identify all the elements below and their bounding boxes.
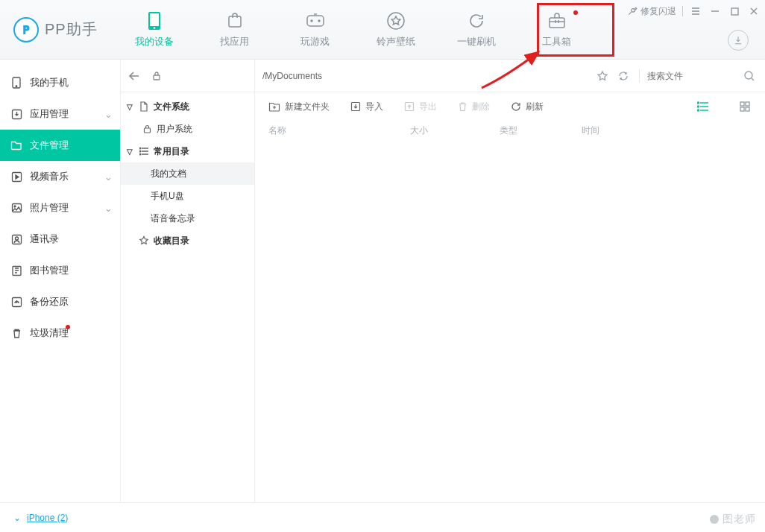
tree-panel: ▽ 文件系统 用户系统 ▽ 常用目录 我的文档 手机U盘 语音备忘录 xyxy=(121,60,255,502)
nav-toolbox[interactable]: 工具箱 xyxy=(517,0,597,59)
file-toolbar: 新建文件夹 导入 导出 删除 刷新 xyxy=(255,92,765,121)
sidebar-books[interactable]: 图书管理 xyxy=(0,255,120,286)
svg-point-35 xyxy=(710,515,719,524)
contact-icon xyxy=(10,233,22,245)
tree-favorites[interactable]: 收藏目录 xyxy=(121,229,254,252)
svg-rect-32 xyxy=(746,102,749,106)
svg-rect-9 xyxy=(731,8,738,15)
path-bar xyxy=(121,60,254,92)
watermark: 图老师 xyxy=(705,511,761,528)
sidebar-trash-clean[interactable]: 垃圾清理 xyxy=(0,317,120,349)
back-button[interactable] xyxy=(127,69,142,83)
caret-down-icon: ▽ xyxy=(127,103,134,111)
logo-icon xyxy=(13,17,39,42)
nav-find-apps[interactable]: 找应用 xyxy=(195,0,275,59)
nav-ring-wallpaper[interactable]: 铃声壁纸 xyxy=(356,0,436,59)
sidebar-video-music[interactable]: 视频音乐 ⌄ xyxy=(0,161,120,192)
notification-dot xyxy=(66,325,70,329)
svg-point-24 xyxy=(139,153,141,155)
app-name: PP助手 xyxy=(45,19,98,39)
download-button[interactable] xyxy=(728,30,749,51)
sidebar-file-manage[interactable]: 文件管理 xyxy=(0,130,120,161)
list-header: 名称 大小 类型 时间 xyxy=(255,121,765,140)
tree-voice-memo[interactable]: 语音备忘录 xyxy=(121,207,254,229)
svg-point-22 xyxy=(139,148,141,149)
tree-mydocs[interactable]: 我的文档 xyxy=(121,162,254,185)
sidebar-photo-manage[interactable]: 照片管理 ⌄ xyxy=(0,192,120,224)
svg-rect-33 xyxy=(740,107,744,111)
maximize-button[interactable] xyxy=(728,4,741,18)
nav-flash[interactable]: 一键刷机 xyxy=(436,0,517,59)
content-path-bar: /MyDocuments xyxy=(255,60,765,92)
download-square-icon xyxy=(10,108,22,120)
sidebar: 我的手机 应用管理 ⌄ 文件管理 视频音乐 ⌄ 照片管理 ⌄ 通讯录 图书管理 xyxy=(0,60,121,502)
lock-icon xyxy=(142,124,152,134)
list-view-button[interactable] xyxy=(696,100,710,113)
svg-point-25 xyxy=(745,72,752,79)
search-icon[interactable] xyxy=(741,68,758,84)
content-panel: /MyDocuments 新建文件夹 导入 导出 xyxy=(255,60,765,502)
notification-dot xyxy=(573,10,578,15)
star-icon xyxy=(139,235,149,246)
svg-point-7 xyxy=(388,13,404,29)
search-input[interactable] xyxy=(647,71,737,81)
nav-games[interactable]: 玩游戏 xyxy=(275,0,356,59)
top-bar: PP助手 我的设备 找应用 玩游戏 铃声壁纸 一键刷机 工具箱 xyxy=(0,0,765,60)
list-icon xyxy=(139,146,149,156)
svg-point-29 xyxy=(698,106,699,107)
svg-point-15 xyxy=(14,206,16,207)
trash-icon xyxy=(10,327,22,339)
doc-icon xyxy=(139,101,149,112)
star-circle-icon xyxy=(386,11,406,31)
grid-view-button[interactable] xyxy=(738,100,752,113)
minimize-button[interactable] xyxy=(708,4,722,18)
close-button[interactable] xyxy=(747,4,761,18)
top-nav: 我的设备 找应用 玩游戏 铃声壁纸 一键刷机 工具箱 xyxy=(114,0,597,59)
tree-common-dirs[interactable]: ▽ 常用目录 xyxy=(121,140,254,162)
sidebar-app-manage[interactable]: 应用管理 ⌄ xyxy=(0,98,120,130)
book-icon xyxy=(10,265,22,276)
svg-rect-8 xyxy=(550,18,564,28)
col-type: 类型 xyxy=(500,124,582,137)
svg-rect-31 xyxy=(740,102,744,106)
chevron-down-icon: ⌄ xyxy=(104,203,113,214)
svg-point-28 xyxy=(698,102,699,104)
svg-point-6 xyxy=(318,20,320,22)
col-time: 时间 xyxy=(582,124,752,137)
tree-filesystem[interactable]: ▽ 文件系统 xyxy=(121,95,254,118)
export-button: 导出 xyxy=(404,101,437,113)
status-bar: ⌄ iPhone (2) xyxy=(0,502,765,532)
repair-crash-button[interactable]: 修复闪退 xyxy=(627,5,676,18)
backup-icon xyxy=(10,296,22,308)
svg-point-23 xyxy=(139,151,141,152)
window-controls: 修复闪退 xyxy=(627,4,761,18)
svg-rect-14 xyxy=(12,204,21,212)
delete-button: 删除 xyxy=(458,101,490,113)
sync-button[interactable] xyxy=(615,68,632,84)
device-link[interactable]: iPhone (2) xyxy=(27,513,68,523)
menu-button[interactable] xyxy=(689,4,702,18)
new-folder-button[interactable]: 新建文件夹 xyxy=(268,101,330,113)
phone-icon xyxy=(145,11,164,31)
svg-rect-34 xyxy=(746,107,749,111)
svg-point-5 xyxy=(311,20,312,22)
sidebar-contacts[interactable]: 通讯录 xyxy=(0,224,120,255)
favorite-button[interactable] xyxy=(594,68,611,84)
file-list-empty xyxy=(255,140,765,502)
file-tree: ▽ 文件系统 用户系统 ▽ 常用目录 我的文档 手机U盘 语音备忘录 xyxy=(121,92,254,252)
nav-my-device[interactable]: 我的设备 xyxy=(114,0,195,59)
app-logo: PP助手 xyxy=(0,0,114,59)
image-icon xyxy=(10,202,22,214)
chevron-down-icon: ⌄ xyxy=(12,513,22,523)
sidebar-backup[interactable]: 备份还原 xyxy=(0,286,120,317)
sidebar-my-phone[interactable]: 我的手机 xyxy=(0,67,120,98)
tree-usersystem[interactable]: 用户系统 xyxy=(121,118,254,140)
path-text: /MyDocuments xyxy=(262,71,322,81)
refresh-icon xyxy=(467,11,486,31)
bag-icon xyxy=(225,11,245,31)
refresh-button[interactable]: 刷新 xyxy=(511,101,544,113)
import-button[interactable]: 导入 xyxy=(350,101,383,113)
col-size: 大小 xyxy=(410,124,500,137)
search-box[interactable] xyxy=(647,71,737,81)
tree-udisk[interactable]: 手机U盘 xyxy=(121,185,254,207)
